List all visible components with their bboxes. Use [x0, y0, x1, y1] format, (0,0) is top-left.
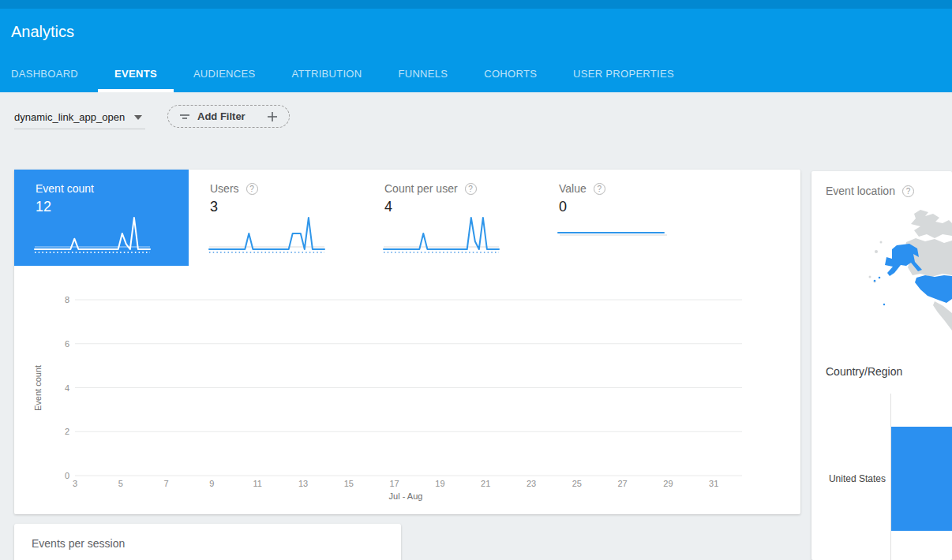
- metric-card-event-count[interactable]: Event count 12: [14, 170, 189, 266]
- svg-text:23: 23: [527, 479, 536, 488]
- app-header: Analytics DASHBOARD EVENTS AUDIENCES ATT…: [0, 9, 952, 92]
- metric-card-title: Users: [210, 182, 239, 195]
- tab-bar: DASHBOARD EVENTS AUDIENCES ATTRIBUTION F…: [11, 68, 710, 92]
- event-selector-value: dynamic_link_app_open: [14, 111, 125, 123]
- add-filter-button[interactable]: Add Filter: [167, 105, 290, 128]
- svg-text:29: 29: [663, 479, 673, 488]
- country-bar: [891, 427, 952, 531]
- arctic-islands: [911, 210, 952, 238]
- analytics-screen: Analytics DASHBOARD EVENTS AUDIENCES ATT…: [0, 0, 952, 560]
- event-selector[interactable]: dynamic_link_app_open: [14, 106, 145, 129]
- tab-user-properties[interactable]: USER PROPERTIES: [573, 68, 674, 92]
- chevron-down-icon: [134, 115, 142, 120]
- svg-text:11: 11: [253, 479, 261, 488]
- svg-text:13: 13: [298, 479, 308, 488]
- svg-text:21: 21: [481, 479, 490, 488]
- svg-text:19: 19: [435, 479, 444, 488]
- tab-audiences[interactable]: AUDIENCES: [193, 68, 256, 92]
- svg-text:8: 8: [65, 295, 69, 304]
- svg-text:15: 15: [344, 479, 354, 488]
- svg-text:9: 9: [209, 479, 214, 488]
- help-icon[interactable]: ?: [594, 183, 605, 195]
- help-icon[interactable]: ?: [902, 185, 914, 197]
- metric-card-value: 3: [210, 199, 363, 215]
- svg-text:3: 3: [73, 479, 77, 488]
- svg-text:2: 2: [65, 427, 69, 436]
- event-location-panel: Event location ? Country/Region United S…: [811, 171, 952, 560]
- svg-text:6: 6: [65, 339, 69, 349]
- help-icon[interactable]: ?: [465, 183, 477, 195]
- svg-text:7: 7: [164, 479, 169, 488]
- event-location-title: Event location: [826, 185, 895, 197]
- united-states: [915, 275, 952, 303]
- filter-bar: dynamic_link_app_open Add Filter: [0, 92, 952, 147]
- svg-text:Jul - Aug: Jul - Aug: [389, 491, 423, 501]
- country-label: United States: [811, 473, 886, 484]
- help-icon[interactable]: ?: [246, 183, 258, 195]
- add-filter-label: Add Filter: [197, 110, 245, 122]
- svg-text:0: 0: [65, 471, 69, 480]
- metric-card-users[interactable]: Users ? 3: [189, 170, 363, 266]
- filter-list-icon: [179, 113, 190, 121]
- metric-card-title: Event count: [36, 182, 94, 195]
- country-region-header: Country/Region: [826, 365, 902, 378]
- svg-text:5: 5: [118, 479, 123, 488]
- value-sparkline: [558, 214, 673, 255]
- page-title: Analytics: [11, 23, 74, 41]
- metric-card-count-per-user[interactable]: Count per user ? 4: [363, 170, 538, 266]
- tab-funnels[interactable]: FUNNELS: [398, 68, 448, 92]
- svg-text:4: 4: [65, 383, 69, 393]
- metric-cards-row: Event count 12 Users ? 3 Count per user …: [14, 170, 712, 266]
- events-per-session-panel: Events per session: [14, 524, 401, 560]
- svg-text:Event count: Event count: [33, 365, 43, 411]
- svg-text:25: 25: [572, 479, 582, 488]
- events-per-session-title: Events per session: [32, 537, 125, 550]
- window-top-strip: [0, 0, 952, 9]
- mexico: [933, 301, 952, 330]
- tab-events[interactable]: EVENTS: [114, 68, 157, 92]
- metric-card-value[interactable]: Value ? 0: [538, 170, 712, 266]
- metric-card-value: 0: [559, 199, 712, 215]
- metric-card-title: Value: [559, 182, 587, 195]
- count-per-user-sparkline: [384, 214, 499, 255]
- svg-text:31: 31: [709, 479, 718, 488]
- tab-dashboard[interactable]: DASHBOARD: [11, 68, 78, 92]
- north-america-map: [835, 204, 952, 354]
- svg-text:17: 17: [389, 479, 399, 488]
- plus-icon: [267, 111, 278, 122]
- metric-card-value: 12: [36, 199, 189, 215]
- event-count-sparkline: [35, 214, 150, 255]
- event-overview-panel: Event count 12 Users ? 3 Count per user …: [14, 170, 800, 514]
- svg-text:27: 27: [617, 479, 627, 488]
- event-count-line-chart[interactable]: 0246835791113151719212325272931Jul - Aug…: [14, 268, 800, 505]
- metric-card-value: 4: [384, 199, 538, 215]
- users-sparkline: [209, 214, 324, 255]
- tab-attribution[interactable]: ATTRIBUTION: [291, 68, 362, 92]
- tab-cohorts[interactable]: COHORTS: [484, 68, 537, 92]
- metric-card-title: Count per user: [384, 182, 458, 195]
